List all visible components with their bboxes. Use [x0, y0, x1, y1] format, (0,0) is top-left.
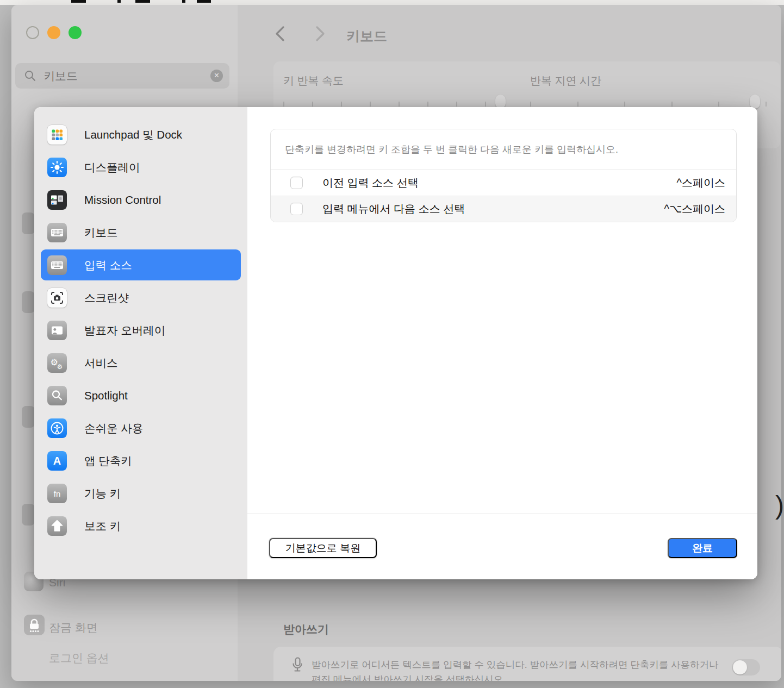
- sheet-sidebar-item-1[interactable]: 디스플레이: [41, 152, 241, 183]
- slider-tick: [485, 102, 486, 107]
- clipped-text-fragment: [182, 0, 185, 3]
- sidebar-item-login-options[interactable]: 로그인 옵션: [49, 651, 109, 666]
- clipped-text-fragment: [117, 0, 121, 3]
- clipped-text-fragment: [135, 0, 150, 3]
- sheet-sidebar-item-12[interactable]: 보조 키: [41, 510, 241, 541]
- shortcut-label: 입력 메뉴에서 다음 소스 선택: [322, 202, 664, 216]
- dictation-title: 받아쓰기: [283, 622, 329, 637]
- svg-text:A: A: [53, 455, 61, 467]
- modifier-keys-icon: [47, 516, 67, 536]
- accessibility-icon: [47, 418, 67, 438]
- slider-tick: [718, 102, 719, 107]
- slider-tick: [766, 102, 767, 107]
- slider-tick: [427, 102, 428, 107]
- function-keys-icon: fn: [47, 484, 67, 503]
- search-field[interactable]: 키보드 ×: [15, 63, 229, 89]
- slider-tick: [577, 102, 578, 107]
- search-icon: [24, 70, 36, 84]
- sidebar-item-lock-screen[interactable]: 잠금 화면: [49, 620, 98, 635]
- shortcut-checkbox[interactable]: [290, 203, 303, 215]
- sheet-sidebar-item-label: 키보드: [84, 225, 118, 240]
- sheet-sidebar-item-label: 손쉬운 사용: [84, 421, 143, 436]
- background-sidebar-icon: [22, 212, 35, 234]
- done-button[interactable]: 완료: [668, 538, 737, 558]
- sheet-sidebar-item-8[interactable]: Spotlight: [41, 380, 241, 411]
- shortcut-label: 이전 입력 소스 선택: [322, 176, 677, 190]
- sheet-sidebar-item-7[interactable]: ⚙⚙서비스: [41, 347, 241, 378]
- services-icon: ⚙⚙: [47, 353, 67, 373]
- lock-screen-icon: [24, 615, 45, 635]
- clipped-text-fragment: [71, 0, 86, 3]
- footer-divider: [247, 514, 757, 514]
- shortcut-instruction: 단축키를 변경하려면 키 조합을 두 번 클릭한 다음 새로운 키를 입력하십시…: [271, 129, 736, 170]
- sheet-sidebar-item-5[interactable]: 스크린샷: [41, 282, 241, 313]
- sheet-sidebar-item-label: 스크린샷: [84, 290, 129, 305]
- dictation-card: 받아쓰기로 어디서든 텍스트를 입력할 수 있습니다. 받아쓰기를 시작하려면 …: [273, 647, 781, 681]
- shortcut-table: 단축키를 변경하려면 키 조합을 두 번 클릭한 다음 새로운 키를 입력하십시…: [270, 129, 737, 222]
- forward-chevron-icon[interactable]: [312, 24, 328, 45]
- slider-tick: [370, 102, 371, 107]
- keyboard-shortcuts-sheet: Launchpad 및 Dock디스플레이Mission Control키보드입…: [34, 107, 757, 579]
- key-repeat-label: 키 반복 속도: [283, 73, 344, 88]
- screenshot-icon: [47, 288, 67, 308]
- slider-tick: [399, 102, 400, 107]
- page-title: 키보드: [346, 27, 387, 45]
- shortcut-checkbox[interactable]: [290, 177, 303, 189]
- sheet-sidebar-item-label: 기능 키: [84, 486, 121, 501]
- slider-tick: [456, 102, 457, 107]
- search-input[interactable]: 키보드: [43, 68, 229, 84]
- toggle-knob: [733, 660, 747, 674]
- dictation-toggle[interactable]: [732, 659, 760, 676]
- sheet-sidebar-item-label: Mission Control: [84, 193, 161, 207]
- sheet-sidebar-item-3[interactable]: 키보드: [41, 217, 241, 248]
- app-shortcuts-icon: A: [47, 451, 67, 471]
- microphone-icon: [288, 655, 307, 677]
- shortcut-detail-pane: 단축키를 변경하려면 키 조합을 두 번 클릭한 다음 새로운 키를 입력하십시…: [247, 107, 757, 579]
- shortcut-categories-sidebar: Launchpad 및 Dock디스플레이Mission Control키보드입…: [34, 107, 247, 579]
- shortcut-row-0[interactable]: 이전 입력 소스 선택^스페이스: [271, 170, 736, 196]
- restore-defaults-button[interactable]: 기본값으로 복원: [269, 538, 377, 558]
- background-sidebar-icon: [22, 291, 35, 313]
- presenter-overlay-icon: [47, 321, 67, 340]
- zoom-button[interactable]: [69, 26, 82, 39]
- minimize-button[interactable]: [47, 26, 60, 39]
- clipped-text-fragment: [197, 0, 211, 3]
- svg-text:fn: fn: [54, 489, 61, 498]
- sheet-sidebar-item-label: Launchpad 및 Dock: [84, 127, 182, 142]
- sheet-sidebar-item-label: 발표자 오버레이: [84, 323, 165, 338]
- slider-tick: [530, 102, 531, 107]
- sheet-sidebar-item-4[interactable]: 입력 소스: [41, 249, 241, 280]
- sheet-sidebar-item-0[interactable]: Launchpad 및 Dock: [41, 119, 241, 150]
- sheet-sidebar-item-label: Spotlight: [84, 389, 128, 402]
- mission-control-icon: [47, 190, 67, 210]
- clear-search-icon[interactable]: ×: [210, 70, 223, 82]
- shortcut-keys: ^⌥스페이스: [664, 202, 725, 216]
- spotlight-icon: [47, 386, 67, 405]
- clipped-glyph: ): [775, 490, 784, 520]
- shortcut-row-1[interactable]: 입력 메뉴에서 다음 소스 선택^⌥스페이스: [271, 196, 736, 222]
- close-button[interactable]: [26, 26, 39, 39]
- slider-tick: [341, 102, 342, 107]
- sheet-sidebar-item-label: 보조 키: [84, 518, 121, 534]
- sheet-sidebar-item-label: 입력 소스: [84, 258, 132, 273]
- sheet-sidebar-item-9[interactable]: 손쉬운 사용: [41, 412, 241, 443]
- screen: 키보드 × Siri 잠금 화면 로그인 옵션 키보드: [0, 0, 784, 688]
- back-chevron-icon[interactable]: [272, 24, 289, 45]
- slider-tick: [671, 102, 673, 107]
- slider-tick: [624, 102, 625, 107]
- input-sources-icon: [47, 255, 67, 275]
- sheet-sidebar-item-6[interactable]: 발표자 오버레이: [41, 315, 241, 346]
- launchpad-dock-icon: [47, 125, 67, 145]
- sheet-sidebar-item-11[interactable]: fn기능 키: [41, 478, 241, 509]
- background-sidebar-icon: [22, 406, 35, 428]
- top-strip: [0, 0, 784, 5]
- slider-tick: [283, 102, 284, 107]
- sheet-sidebar-item-2[interactable]: Mission Control: [41, 184, 241, 215]
- slider-tick: [312, 102, 313, 107]
- sheet-sidebar-item-10[interactable]: A앱 단축키: [41, 445, 241, 476]
- display-icon: [47, 158, 67, 177]
- repeat-delay-label: 반복 지연 시간: [530, 73, 601, 88]
- sheet-sidebar-item-label: 서비스: [84, 355, 118, 371]
- keyboard-icon: [47, 223, 67, 242]
- dictation-description: 받아쓰기로 어디서든 텍스트를 입력할 수 있습니다. 받아쓰기를 시작하려면 …: [312, 658, 730, 681]
